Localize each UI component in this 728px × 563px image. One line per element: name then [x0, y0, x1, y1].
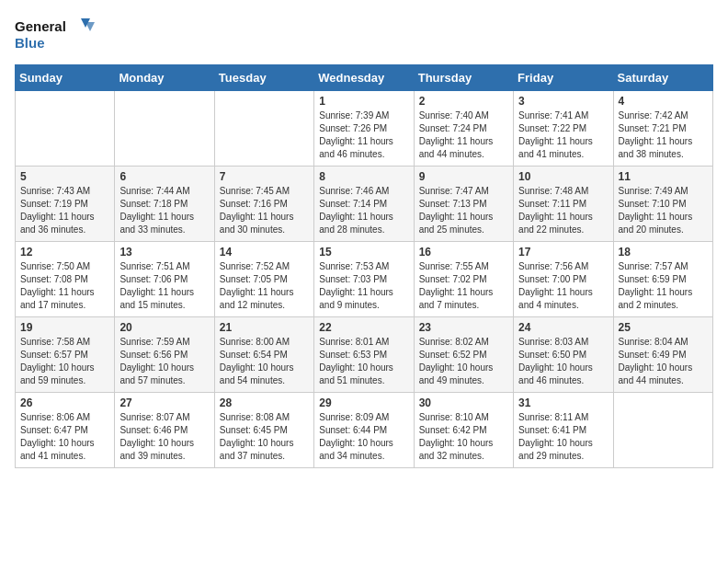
week-row-1: 1Sunrise: 7:39 AM Sunset: 7:26 PM Daylig… [16, 91, 713, 167]
week-row-2: 5Sunrise: 7:43 AM Sunset: 7:19 PM Daylig… [16, 167, 713, 242]
logo: General Blue [15, 15, 97, 53]
day-cell: 11Sunrise: 7:49 AM Sunset: 7:10 PM Dayli… [613, 167, 712, 242]
day-number: 30 [419, 396, 508, 409]
calendar-table: SundayMondayTuesdayWednesdayThursdayFrid… [15, 64, 713, 468]
day-cell: 3Sunrise: 7:41 AM Sunset: 7:22 PM Daylig… [514, 91, 613, 167]
day-cell [115, 91, 214, 167]
day-number: 2 [419, 95, 508, 108]
day-number: 24 [518, 321, 608, 334]
day-cell: 16Sunrise: 7:55 AM Sunset: 7:02 PM Dayli… [414, 242, 513, 317]
day-cell [16, 91, 115, 167]
logo-svg: General Blue [15, 15, 97, 53]
day-cell: 20Sunrise: 7:59 AM Sunset: 6:56 PM Dayli… [115, 317, 214, 393]
day-info: Sunrise: 7:57 AM Sunset: 6:59 PM Dayligh… [619, 260, 708, 312]
page-header: General Blue [15, 15, 713, 53]
day-info: Sunrise: 7:43 AM Sunset: 7:19 PM Dayligh… [20, 185, 109, 236]
week-row-5: 26Sunrise: 8:06 AM Sunset: 6:47 PM Dayli… [16, 393, 713, 468]
day-cell: 25Sunrise: 8:04 AM Sunset: 6:49 PM Dayli… [613, 317, 712, 393]
day-number: 21 [220, 321, 309, 334]
day-number: 10 [518, 170, 608, 183]
week-row-3: 12Sunrise: 7:50 AM Sunset: 7:08 PM Dayli… [16, 242, 713, 317]
day-number: 5 [20, 170, 109, 183]
day-cell: 15Sunrise: 7:53 AM Sunset: 7:03 PM Dayli… [314, 242, 414, 317]
day-number: 28 [220, 396, 309, 409]
day-info: Sunrise: 7:51 AM Sunset: 7:06 PM Dayligh… [119, 260, 209, 312]
day-number: 11 [619, 170, 708, 183]
day-info: Sunrise: 7:42 AM Sunset: 7:21 PM Dayligh… [619, 109, 708, 161]
day-cell: 13Sunrise: 7:51 AM Sunset: 7:06 PM Dayli… [115, 242, 214, 317]
day-info: Sunrise: 8:07 AM Sunset: 6:46 PM Dayligh… [119, 411, 209, 463]
day-cell: 24Sunrise: 8:03 AM Sunset: 6:50 PM Dayli… [514, 317, 613, 393]
day-number: 14 [220, 246, 309, 259]
day-info: Sunrise: 7:47 AM Sunset: 7:13 PM Dayligh… [419, 185, 508, 236]
day-cell: 17Sunrise: 7:56 AM Sunset: 7:00 PM Dayli… [514, 242, 613, 317]
day-number: 12 [20, 246, 109, 259]
day-info: Sunrise: 8:10 AM Sunset: 6:42 PM Dayligh… [419, 411, 508, 463]
day-info: Sunrise: 7:40 AM Sunset: 7:24 PM Dayligh… [419, 109, 508, 161]
day-number: 27 [119, 396, 209, 409]
day-info: Sunrise: 7:53 AM Sunset: 7:03 PM Dayligh… [319, 260, 408, 312]
day-cell: 5Sunrise: 7:43 AM Sunset: 7:19 PM Daylig… [16, 167, 115, 242]
day-cell: 30Sunrise: 8:10 AM Sunset: 6:42 PM Dayli… [414, 393, 513, 468]
day-info: Sunrise: 7:59 AM Sunset: 6:56 PM Dayligh… [119, 336, 209, 387]
day-header-wednesday: Wednesday [314, 65, 414, 91]
day-number: 8 [319, 170, 408, 183]
day-cell [613, 393, 712, 468]
day-info: Sunrise: 7:41 AM Sunset: 7:22 PM Dayligh… [518, 109, 608, 161]
day-info: Sunrise: 8:09 AM Sunset: 6:44 PM Dayligh… [319, 411, 408, 463]
day-info: Sunrise: 8:00 AM Sunset: 6:54 PM Dayligh… [220, 336, 309, 387]
day-cell: 4Sunrise: 7:42 AM Sunset: 7:21 PM Daylig… [613, 91, 712, 167]
day-info: Sunrise: 7:46 AM Sunset: 7:14 PM Dayligh… [319, 185, 408, 236]
day-info: Sunrise: 7:39 AM Sunset: 7:26 PM Dayligh… [319, 109, 408, 161]
day-number: 20 [119, 321, 209, 334]
day-cell: 12Sunrise: 7:50 AM Sunset: 7:08 PM Dayli… [16, 242, 115, 317]
day-info: Sunrise: 8:04 AM Sunset: 6:49 PM Dayligh… [619, 336, 708, 387]
week-row-4: 19Sunrise: 7:58 AM Sunset: 6:57 PM Dayli… [16, 317, 713, 393]
day-info: Sunrise: 8:11 AM Sunset: 6:41 PM Dayligh… [518, 411, 608, 463]
day-number: 9 [419, 170, 508, 183]
day-number: 13 [119, 246, 209, 259]
day-number: 18 [619, 246, 708, 259]
svg-text:Blue: Blue [15, 35, 45, 51]
day-info: Sunrise: 8:08 AM Sunset: 6:45 PM Dayligh… [220, 411, 309, 463]
day-info: Sunrise: 7:55 AM Sunset: 7:02 PM Dayligh… [419, 260, 508, 312]
day-cell: 26Sunrise: 8:06 AM Sunset: 6:47 PM Dayli… [16, 393, 115, 468]
day-number: 26 [20, 396, 109, 409]
day-cell: 8Sunrise: 7:46 AM Sunset: 7:14 PM Daylig… [314, 167, 414, 242]
day-info: Sunrise: 8:06 AM Sunset: 6:47 PM Dayligh… [20, 411, 109, 463]
day-number: 6 [119, 170, 209, 183]
day-info: Sunrise: 7:50 AM Sunset: 7:08 PM Dayligh… [20, 260, 109, 312]
day-cell: 14Sunrise: 7:52 AM Sunset: 7:05 PM Dayli… [214, 242, 313, 317]
day-info: Sunrise: 7:48 AM Sunset: 7:11 PM Dayligh… [518, 185, 608, 236]
day-info: Sunrise: 7:52 AM Sunset: 7:05 PM Dayligh… [220, 260, 309, 312]
day-info: Sunrise: 7:44 AM Sunset: 7:18 PM Dayligh… [119, 185, 209, 236]
day-info: Sunrise: 8:02 AM Sunset: 6:52 PM Dayligh… [419, 336, 508, 387]
day-cell: 7Sunrise: 7:45 AM Sunset: 7:16 PM Daylig… [214, 167, 313, 242]
day-cell: 31Sunrise: 8:11 AM Sunset: 6:41 PM Dayli… [514, 393, 613, 468]
day-number: 1 [319, 95, 408, 108]
day-info: Sunrise: 8:01 AM Sunset: 6:53 PM Dayligh… [319, 336, 408, 387]
day-info: Sunrise: 7:58 AM Sunset: 6:57 PM Dayligh… [20, 336, 109, 387]
day-number: 25 [619, 321, 708, 334]
day-number: 31 [518, 396, 608, 409]
day-cell: 6Sunrise: 7:44 AM Sunset: 7:18 PM Daylig… [115, 167, 214, 242]
day-cell: 10Sunrise: 7:48 AM Sunset: 7:11 PM Dayli… [514, 167, 613, 242]
day-cell: 9Sunrise: 7:47 AM Sunset: 7:13 PM Daylig… [414, 167, 513, 242]
day-number: 19 [20, 321, 109, 334]
day-cell: 1Sunrise: 7:39 AM Sunset: 7:26 PM Daylig… [314, 91, 414, 167]
day-cell: 28Sunrise: 8:08 AM Sunset: 6:45 PM Dayli… [214, 393, 313, 468]
day-info: Sunrise: 8:03 AM Sunset: 6:50 PM Dayligh… [518, 336, 608, 387]
svg-text:General: General [15, 18, 66, 34]
day-number: 23 [419, 321, 508, 334]
day-number: 4 [619, 95, 708, 108]
day-number: 16 [419, 246, 508, 259]
day-cell: 18Sunrise: 7:57 AM Sunset: 6:59 PM Dayli… [613, 242, 712, 317]
day-number: 7 [220, 170, 309, 183]
day-number: 22 [319, 321, 408, 334]
day-number: 17 [518, 246, 608, 259]
day-cell: 29Sunrise: 8:09 AM Sunset: 6:44 PM Dayli… [314, 393, 414, 468]
day-number: 15 [319, 246, 408, 259]
day-info: Sunrise: 7:49 AM Sunset: 7:10 PM Dayligh… [619, 185, 708, 236]
day-number: 29 [319, 396, 408, 409]
day-cell: 21Sunrise: 8:00 AM Sunset: 6:54 PM Dayli… [214, 317, 313, 393]
